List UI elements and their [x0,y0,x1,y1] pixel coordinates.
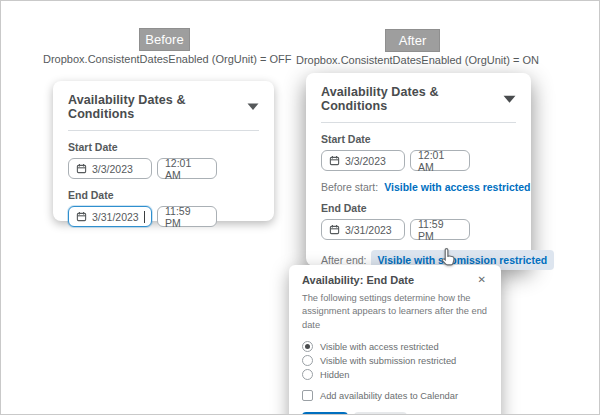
checkbox-label: Add availability dates to Calendar [320,391,458,401]
chevron-down-icon[interactable] [247,103,259,111]
calendar-icon [76,211,87,222]
radio-label: Visible with submission restricted [320,356,456,366]
divider [68,130,259,131]
before-availability-card: Availability Dates & Conditions Start Da… [53,81,274,221]
radio-button-icon[interactable] [302,355,313,366]
dialog-title: Availability: End Date [302,274,414,286]
after-caption: Dropbox.ConsistentDatesEnabled (OrgUnit)… [296,54,521,66]
radio-button-icon[interactable] [302,369,313,380]
end-date-options: Visible with access restricted Visible w… [302,341,488,380]
availability-end-date-dialog: Availability: End Date ✕ The following s… [289,265,501,415]
radio-button-icon[interactable] [302,341,313,352]
before-start-status-label: Before start: [321,181,378,193]
before-start-date-value: 3/3/2023 [92,163,133,175]
before-end-date-label: End Date [68,189,259,201]
after-end-date-value: 3/31/2023 [345,224,392,236]
before-card-header[interactable]: Availability Dates & Conditions [68,93,259,121]
before-start-time-value: 12:01 AM [165,157,209,181]
before-end-time-value: 11:59 PM [165,205,209,229]
radio-visible-submission-restricted[interactable]: Visible with submission restricted [302,355,488,366]
after-end-time-input[interactable]: 11:59 PM [410,219,470,240]
before-card-title: Availability Dates & Conditions [68,93,247,121]
add-to-calendar-checkbox-row[interactable]: Add availability dates to Calendar [302,390,488,401]
before-end-time-input[interactable]: 11:59 PM [157,206,217,227]
hand-pointer-cursor-icon [439,246,460,269]
after-badge: After [385,29,440,52]
after-availability-card: Availability Dates & Conditions Start Da… [306,73,531,266]
after-end-date-input[interactable]: 3/31/2023 [321,219,405,240]
before-badge: Before [139,28,190,51]
calendar-icon [329,224,340,235]
close-icon[interactable]: ✕ [476,274,488,286]
screenshot-frame: Before Dropbox.ConsistentDatesEnabled (O… [0,0,600,415]
before-start-status-link[interactable]: Visible with access restricted [384,181,530,193]
before-end-date-value: 3/31/2023 [92,211,139,223]
before-start-date-label: Start Date [68,141,259,153]
after-start-date-input[interactable]: 3/3/2023 [321,150,405,171]
after-start-date-label: Start Date [321,133,516,145]
before-end-date-input[interactable]: 3/31/2023 [68,206,152,227]
after-card-title: Availability Dates & Conditions [321,85,503,113]
radio-hidden[interactable]: Hidden [302,369,488,380]
after-end-time-value: 11:59 PM [418,218,462,242]
after-start-time-input[interactable]: 12:01 AM [410,150,470,171]
after-start-time-value: 12:01 AM [418,149,462,173]
chevron-down-icon[interactable] [503,95,516,104]
before-start-time-input[interactable]: 12:01 AM [157,158,217,179]
calendar-icon [329,155,340,166]
divider [321,122,516,123]
radio-visible-access-restricted[interactable]: Visible with access restricted [302,341,488,352]
after-end-date-label: End Date [321,202,516,214]
radio-label: Visible with access restricted [320,342,439,352]
dialog-description: The following settings determine how the… [302,292,488,332]
before-caption: Dropbox.ConsistentDatesEnabled (OrgUnit)… [43,53,283,65]
before-start-date-input[interactable]: 3/3/2023 [68,158,152,179]
radio-label: Hidden [320,370,349,380]
before-start-status-line: Before start: Visible with access restri… [321,181,516,193]
calendar-icon [76,163,87,174]
after-card-header[interactable]: Availability Dates & Conditions [321,85,516,113]
checkbox-icon[interactable] [302,390,313,401]
after-start-date-value: 3/3/2023 [345,155,386,167]
